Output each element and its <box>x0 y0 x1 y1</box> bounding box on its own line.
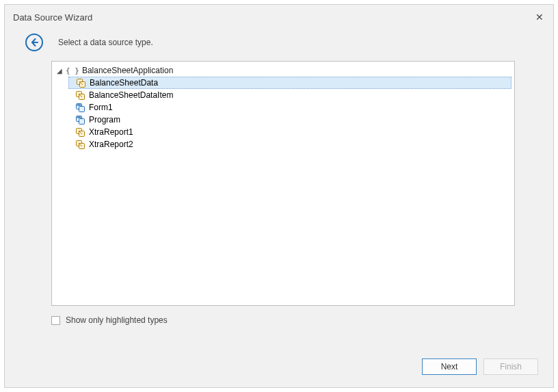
tree-item[interactable]: Form1 <box>68 101 512 114</box>
tree-item-label: BalanceSheetDataItem <box>89 90 173 100</box>
tree-root-node[interactable]: ◢ { } BalanceSheetApplication <box>52 64 514 77</box>
type-tree-panel[interactable]: ◢ { } BalanceSheetApplication BalanceShe… <box>51 61 515 306</box>
tree-item-label: XtraReport2 <box>89 140 133 149</box>
tree-item-label: XtraReport1 <box>89 127 133 137</box>
close-button[interactable]: ✕ <box>531 9 548 25</box>
show-highlighted-label: Show only highlighted types <box>66 315 168 325</box>
tree-children: BalanceSheetDataBalanceSheetDataItemForm… <box>52 77 514 151</box>
finish-button-label: Finish <box>500 362 522 371</box>
show-highlighted-checkbox[interactable] <box>51 316 60 325</box>
finish-button: Finish <box>483 358 538 375</box>
form-icon <box>75 115 85 125</box>
svg-rect-10 <box>79 118 84 124</box>
tree-item[interactable]: XtraReport2 <box>68 138 512 151</box>
class-icon <box>76 78 85 88</box>
tree-root-label: BalanceSheetApplication <box>82 66 173 75</box>
tree-root: ◢ { } BalanceSheetApplication BalanceShe… <box>52 64 514 151</box>
tree-item[interactable]: XtraReport1 <box>68 126 512 138</box>
next-button-label: Next <box>441 362 458 371</box>
button-bar: Next Finish <box>422 358 538 375</box>
show-highlighted-row[interactable]: Show only highlighted types <box>51 315 553 325</box>
tree-item-label: Form1 <box>89 103 113 112</box>
namespace-icon: { } <box>66 66 79 75</box>
tree-item[interactable]: Program <box>68 114 512 126</box>
class-icon <box>75 127 85 137</box>
form-icon <box>75 103 85 112</box>
tree-item[interactable]: BalanceSheetData <box>68 77 512 89</box>
class-icon <box>75 140 85 149</box>
close-icon: ✕ <box>535 12 544 23</box>
tree-item-label: Program <box>89 115 120 125</box>
next-button[interactable]: Next <box>422 358 477 375</box>
back-button[interactable] <box>25 34 43 51</box>
svg-rect-11 <box>77 116 81 118</box>
instruction-text: Select a data source type. <box>58 38 153 47</box>
titlebar: Data Source Wizard ✕ <box>5 5 553 29</box>
wizard-window: Data Source Wizard ✕ Select a data sourc… <box>4 4 554 388</box>
window-title: Data Source Wizard <box>13 12 92 23</box>
tree-item[interactable]: BalanceSheetDataItem <box>68 89 512 101</box>
header-row: Select a data source type. <box>5 29 553 61</box>
arrow-left-icon <box>29 38 39 47</box>
svg-rect-7 <box>79 106 84 112</box>
class-icon <box>75 90 85 100</box>
svg-rect-8 <box>77 104 81 105</box>
expand-toggle-icon[interactable]: ◢ <box>56 67 63 75</box>
tree-item-label: BalanceSheetData <box>90 78 158 88</box>
